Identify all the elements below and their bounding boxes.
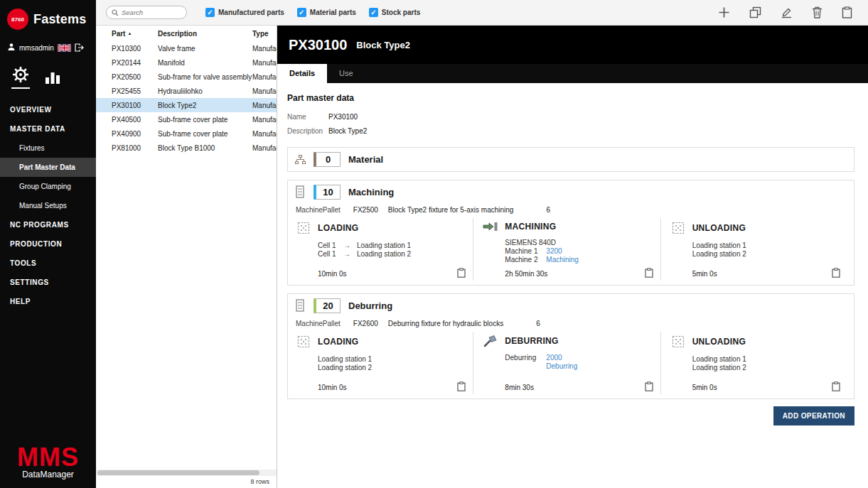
cell-description: Block Type B1000 <box>158 144 252 152</box>
pallet-icon <box>294 299 306 312</box>
clipboard-icon[interactable] <box>645 381 653 391</box>
column-header-description[interactable]: Description <box>158 30 252 38</box>
search-input[interactable] <box>122 9 178 16</box>
table-row-px30100[interactable]: PX30100Block Type2Manufactured <box>96 98 277 112</box>
filter-material-parts[interactable]: ✓Material parts <box>297 8 356 17</box>
sidebar-item-tools[interactable]: TOOLS <box>0 254 96 273</box>
table-row-px25455[interactable]: PX25455HydrauliilohkoManufactured <box>96 84 277 98</box>
cell-part: PX25455 <box>96 87 158 95</box>
add-operation-button[interactable]: ADD OPERATION <box>773 406 854 425</box>
column-header-type[interactable]: Type <box>252 30 277 38</box>
steps-row: LOADINGCell 1→Loading station 1Cell 1→Lo… <box>294 218 847 281</box>
fields: NamePX30100DescriptionBlock Type2 <box>287 113 854 141</box>
filter-group: ✓Manufactured parts✓Material parts✓Stock… <box>205 8 420 17</box>
step-title: UNLOADING <box>692 337 746 347</box>
sidebar-item-nc-programs[interactable]: NC PROGRAMS <box>0 215 96 234</box>
logout-icon[interactable] <box>75 43 84 52</box>
data-manager-icon[interactable] <box>11 65 30 89</box>
sidebar-item-settings[interactable]: SETTINGS <box>0 273 96 292</box>
operation-header[interactable]: 0Material <box>294 151 847 167</box>
tab-details[interactable]: Details <box>277 64 327 83</box>
step-unloading: UNLOADINGLoading station 1Loading statio… <box>660 218 847 281</box>
line-text-2: Loading station 2 <box>357 250 411 259</box>
column-header-part[interactable]: Part▲ <box>96 30 158 38</box>
sidebar-item-fixtures[interactable]: Fixtures <box>0 139 96 158</box>
line-text: Loading station 1 <box>692 242 746 250</box>
tab-use[interactable]: Use <box>327 64 365 83</box>
table-row-px40500[interactable]: PX40500Sub-frame cover plateManufactured <box>96 112 277 126</box>
line-text: Loading station 2 <box>692 364 746 372</box>
field-label: Description <box>287 127 328 135</box>
checkbox-checked-icon: ✓ <box>369 8 378 17</box>
user-icon <box>7 43 16 53</box>
filter-stock-parts[interactable]: ✓Stock parts <box>369 8 420 17</box>
clipboard-icon[interactable] <box>645 268 653 278</box>
add-icon[interactable] <box>718 6 730 18</box>
scrollbar-thumb[interactable] <box>97 470 259 475</box>
brand-name: Fastems <box>33 12 86 27</box>
step-body: Loading station 1Loading station 2 <box>692 242 840 259</box>
duplicate-icon[interactable] <box>749 6 761 18</box>
line-text: Machine 2 <box>505 256 539 264</box>
step-title: DEBURRING <box>505 336 558 346</box>
table-row-px81000[interactable]: PX81000Block Type B1000Manufactured <box>96 141 277 155</box>
sidebar-item-master-data[interactable]: MASTER DATA <box>0 119 96 139</box>
clipboard-icon[interactable] <box>832 268 840 278</box>
sidebar-item-manual-setups[interactable]: Manual Setups <box>0 196 96 215</box>
line-text: Loading station 1 <box>318 355 372 364</box>
machining-arrow-icon <box>483 221 498 232</box>
step-header: LOADING <box>296 221 466 235</box>
delete-icon[interactable] <box>812 6 823 18</box>
step-duration: 10min 0s <box>318 384 347 391</box>
step-header: MACHINING <box>483 221 653 232</box>
parts-rows: PX10300Valve frameManufacturedPX20144Man… <box>96 41 277 470</box>
table-row-px20144[interactable]: PX20144ManifoldManufactured <box>96 55 277 70</box>
link-deburring[interactable]: Deburring <box>546 362 577 371</box>
step-footer: 2h 50min 30s <box>505 268 653 278</box>
mms-logo: MMS <box>0 445 96 470</box>
clipboard-icon[interactable] <box>457 268 466 278</box>
sidebar-item-help[interactable]: HELP <box>0 292 96 311</box>
cell-part: PX40500 <box>96 116 158 124</box>
line-text <box>505 362 539 371</box>
filter-manufactured-parts[interactable]: ✓Manufactured parts <box>205 8 284 17</box>
paste-icon[interactable] <box>842 6 852 18</box>
step-body: Cell 1→Loading station 1Cell 1→Loading s… <box>318 242 466 259</box>
table-row-px20500[interactable]: PX20500Sub-frame for valve assemblyManuf… <box>96 70 277 84</box>
link-2000[interactable]: 2000 <box>546 354 562 362</box>
sidebar-item-part-master-data[interactable]: Part Master Data <box>0 158 96 177</box>
step-line: Machine 2Machining <box>505 256 653 264</box>
link-3200[interactable]: 3200 <box>546 247 562 256</box>
operation-title: Material <box>348 154 383 165</box>
sidebar-item-overview[interactable]: OVERVIEW <box>0 100 96 119</box>
sidebar-item-group-clamping[interactable]: Group Clamping <box>0 177 96 196</box>
step-line: Cell 1→Loading station 2 <box>318 250 466 259</box>
app-root: 8760 Fastems mmsadmin OVERVIEWMASTER DAT… <box>0 0 868 488</box>
uk-flag-icon[interactable] <box>58 44 71 52</box>
sidebar: 8760 Fastems mmsadmin OVERVIEWMASTER DAT… <box>0 0 96 488</box>
clipboard-icon[interactable] <box>832 381 840 391</box>
fixture-id: FX2500 <box>353 206 378 214</box>
loading-station-icon <box>670 221 686 235</box>
operation-header[interactable]: 20Deburring <box>294 298 847 313</box>
table-row-px10300[interactable]: PX10300Valve frameManufactured <box>96 41 277 55</box>
cell-type: Manufactured <box>252 73 277 81</box>
cell-description: Sub-frame cover plate <box>158 130 252 138</box>
clipboard-icon[interactable] <box>457 381 466 391</box>
detail-panel: PX30100 Block Type2 DetailsUse Part mast… <box>277 26 868 488</box>
step-body: SIEMENS 840DMachine 13200Machine 2Machin… <box>505 239 653 264</box>
table-row-px40900[interactable]: PX40900Sub-frame cover plateManufactured <box>96 126 277 141</box>
search-box[interactable] <box>106 6 187 19</box>
horizontal-scrollbar[interactable] <box>96 470 277 476</box>
operation-header[interactable]: 10Machining <box>294 184 847 200</box>
fixture-description: Deburring fixture for hydraulic blocks <box>388 320 503 327</box>
cell-part: PX81000 <box>96 144 158 152</box>
step-deburring: DEBURRINGDeburring2000Deburring8min 30s <box>473 332 660 394</box>
statistics-icon[interactable] <box>44 68 61 89</box>
line-text: Cell 1 <box>318 242 337 250</box>
fixture-id: FX2600 <box>353 320 378 327</box>
edit-icon[interactable] <box>781 6 793 18</box>
link-machining[interactable]: Machining <box>546 256 579 264</box>
sidebar-item-production[interactable]: PRODUCTION <box>0 234 96 254</box>
cell-part: PX40900 <box>96 130 158 138</box>
